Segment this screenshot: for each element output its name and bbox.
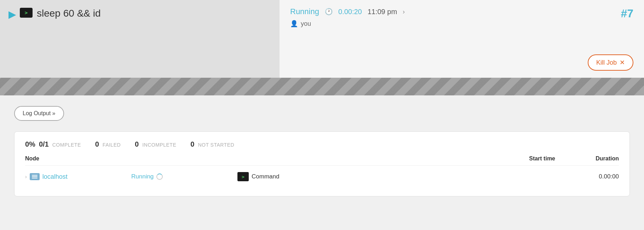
striped-divider	[0, 78, 644, 95]
user-row: 👤 you	[290, 20, 633, 28]
status-label: Running	[290, 7, 319, 16]
play-icon[interactable]: ▶	[8, 8, 16, 20]
user-icon: 👤	[290, 20, 298, 28]
command-terminal-icon	[237, 172, 249, 181]
duration-text: 0.00:20	[338, 8, 362, 16]
col-duration-header: Duration	[555, 155, 619, 162]
failed-count: 0	[95, 140, 99, 148]
kill-job-x-icon: ✕	[620, 59, 625, 66]
job-number: #7	[621, 7, 633, 20]
arrow-icon: ›	[403, 8, 405, 16]
spinner-icon	[156, 173, 163, 180]
duration-cell: 0.00:00	[555, 173, 619, 180]
status-row: Running 🕐 0.00:20 11:09 pm ›	[290, 7, 633, 16]
job-title: sleep 60 && id	[37, 8, 101, 19]
command-label: Command	[252, 173, 279, 180]
col-command-header	[237, 155, 484, 162]
stats-row: 0% 0/1 COMPLETE 0 FAILED 0 INCOMPLETE 0 …	[25, 140, 619, 148]
timer-icon: 🕐	[325, 8, 333, 16]
not-started-label: NOT STARTED	[198, 142, 234, 148]
stats-container: 0% 0/1 COMPLETE 0 FAILED 0 INCOMPLETE 0 …	[14, 131, 630, 196]
stat-not-started: 0 NOT STARTED	[190, 140, 234, 148]
node-name[interactable]: localhost	[42, 173, 68, 181]
terminal-icon	[20, 8, 33, 18]
user-name: you	[301, 20, 311, 28]
top-section: ▶ sleep 60 && id Running 🕐 0.00:20 11:09…	[0, 0, 644, 78]
incomplete-count: 0	[135, 140, 139, 148]
col-start-time-header: Start time	[484, 155, 555, 162]
table-header: Node Start time Duration	[25, 155, 619, 166]
stat-failed: 0 FAILED	[95, 140, 121, 148]
chevron-right-icon[interactable]: ›	[25, 174, 27, 179]
kill-job-button[interactable]: Kill Job ✕	[588, 54, 633, 71]
log-output-button[interactable]: Log Output »	[14, 106, 64, 121]
job-header-left: ▶ sleep 60 && id	[0, 0, 280, 78]
stat-incomplete: 0 INCOMPLETE	[135, 140, 176, 148]
complete-pct: 0%	[25, 140, 35, 148]
complete-count: 0/1	[39, 140, 49, 148]
main-content: Log Output » 0% 0/1 COMPLETE 0 FAILED 0 …	[0, 95, 644, 207]
col-node-header: Node	[25, 155, 131, 162]
server-icon	[30, 173, 40, 180]
kill-job-label: Kill Job	[596, 59, 617, 66]
complete-label: COMPLETE	[52, 142, 81, 148]
not-started-count: 0	[190, 140, 194, 148]
duration-value: 0.00:00	[599, 173, 619, 180]
node-cell: › localhost	[25, 173, 131, 181]
col-status-header	[131, 155, 237, 162]
running-status-label: Running	[131, 173, 154, 180]
command-cell: Command	[237, 172, 484, 181]
stat-complete: 0% 0/1 COMPLETE	[25, 140, 81, 148]
time-text: 11:09 pm	[368, 8, 397, 16]
incomplete-label: INCOMPLETE	[142, 142, 176, 148]
table-row: › localhost Running Command 0.00:00	[25, 166, 619, 188]
status-cell: Running	[131, 173, 237, 180]
job-header-right: Running 🕐 0.00:20 11:09 pm › #7 👤 you Ki…	[280, 0, 644, 78]
failed-label: FAILED	[103, 142, 121, 148]
